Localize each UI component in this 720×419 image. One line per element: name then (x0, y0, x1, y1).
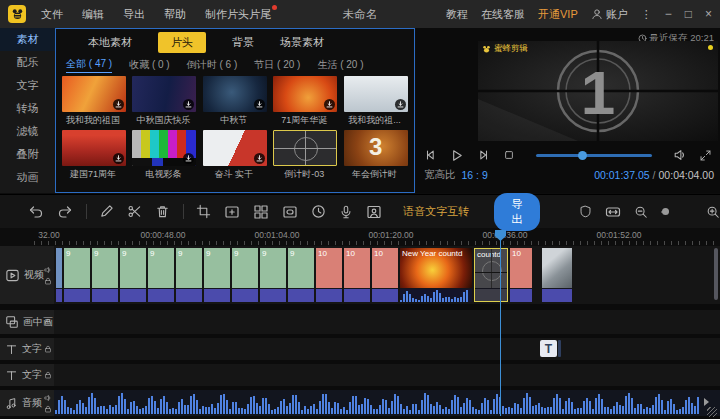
zoom-region-button[interactable] (224, 203, 240, 220)
tab-scene[interactable]: 场景素材 (280, 35, 324, 50)
audio-clip-waveform[interactable] (55, 392, 701, 414)
category-all[interactable]: 全部 ( 47 ) (66, 57, 112, 73)
category-life[interactable]: 生活 ( 20 ) (317, 58, 363, 72)
zoom-in-button[interactable] (706, 203, 720, 220)
timeline-ruler[interactable]: 32.00 00:00:48.00 00:01:04.00 00:01:20.0… (0, 229, 720, 246)
template-item[interactable]: 我和我的祖... (341, 76, 411, 127)
menu-help[interactable]: 帮助 (164, 7, 186, 22)
template-item[interactable]: 中秋节 (200, 76, 270, 127)
sidebar-item-animation[interactable]: 动画 (0, 166, 55, 189)
account-button[interactable]: 账户 (591, 7, 628, 22)
download-icon[interactable] (254, 99, 265, 110)
fullscreen-icon[interactable] (697, 147, 714, 164)
video-clip[interactable]: 9 (64, 248, 90, 302)
lock-track-icon[interactable] (44, 405, 52, 413)
volume-icon[interactable] (671, 147, 688, 164)
category-festival[interactable]: 节日 ( 20 ) (254, 58, 300, 72)
delete-button[interactable] (155, 203, 170, 220)
template-item[interactable]: 71周年华诞 (270, 76, 340, 127)
template-item[interactable]: 3 年会倒计时 (341, 130, 411, 181)
minimize-button[interactable]: − (665, 7, 672, 21)
video-clip[interactable]: 10 (510, 248, 532, 302)
undo-button[interactable] (28, 203, 44, 220)
sidebar-item-media[interactable]: 素材 (0, 28, 55, 51)
sidebar-item-transition[interactable]: 转场 (0, 97, 55, 120)
more-menu-icon[interactable]: ⋮ (641, 8, 652, 21)
video-clip[interactable]: 10 (344, 248, 370, 302)
play-button[interactable] (448, 147, 465, 164)
lock-track-icon[interactable] (44, 318, 52, 326)
export-button[interactable]: 导出 (494, 193, 540, 231)
timeline-vertical-scrollbar[interactable] (714, 248, 718, 300)
mask-button[interactable] (282, 203, 298, 220)
video-clip-new-year[interactable]: New Year countd (400, 248, 472, 302)
category-favorites[interactable]: 收藏 ( 0 ) (129, 58, 170, 72)
shield-icon[interactable] (579, 203, 592, 220)
template-item[interactable]: 建国71周年 (59, 130, 129, 181)
audio-clip-end-handle[interactable] (704, 398, 709, 406)
sidebar-item-text[interactable]: 文字 (0, 74, 55, 97)
download-icon[interactable] (324, 99, 335, 110)
stop-button[interactable] (500, 147, 517, 164)
tab-intro[interactable]: 片头 (158, 32, 206, 53)
record-audio-button[interactable] (339, 203, 353, 220)
category-countdown[interactable]: 倒计时 ( 6 ) (187, 58, 238, 72)
timeline-zoom-slider[interactable] (661, 211, 669, 213)
video-clip[interactable]: 9 (232, 248, 258, 302)
lock-track-icon[interactable] (44, 345, 52, 353)
template-item[interactable]: 我和我的祖国 (59, 76, 129, 127)
mute-track-icon[interactable] (44, 266, 52, 274)
video-clip[interactable]: 9 (120, 248, 146, 302)
video-clip[interactable]: 9 (148, 248, 174, 302)
sidebar-item-music[interactable]: 配乐 (0, 51, 55, 74)
zoom-slider-handle[interactable] (662, 208, 669, 215)
video-clip[interactable]: 9 (176, 248, 202, 302)
seek-handle[interactable] (578, 151, 587, 160)
menu-edit[interactable]: 编辑 (82, 7, 104, 22)
video-clip[interactable]: 9 (288, 248, 314, 302)
tab-background[interactable]: 背景 (232, 35, 254, 50)
video-clip-selected-countdown[interactable]: countd (474, 248, 508, 302)
tutorial-link[interactable]: 教程 (446, 7, 468, 22)
download-icon[interactable] (395, 99, 406, 110)
tab-local-media[interactable]: 本地素材 (88, 35, 132, 50)
video-clip[interactable]: 9 (92, 248, 118, 302)
fit-timeline-button[interactable] (605, 203, 621, 220)
audio-track-lane[interactable] (54, 390, 720, 416)
redo-button[interactable] (57, 203, 73, 220)
video-clip[interactable]: 9 (204, 248, 230, 302)
next-frame-button[interactable] (474, 147, 491, 164)
split-screen-button[interactable] (253, 203, 269, 220)
speech-text-convert-button[interactable]: 语音文字互转 (403, 204, 469, 219)
vip-button[interactable]: 开通VIP (538, 7, 578, 22)
video-clip[interactable]: 10 (316, 248, 342, 302)
split-button[interactable] (127, 203, 142, 220)
close-button[interactable]: × (705, 7, 712, 21)
template-item[interactable]: 中秋国庆快乐 (129, 76, 199, 127)
speed-button[interactable] (311, 203, 326, 220)
preview-seek-bar[interactable] (536, 154, 652, 157)
menu-export[interactable]: 导出 (123, 7, 145, 22)
pip-track-lane[interactable] (54, 310, 720, 334)
sidebar-item-filter[interactable]: 滤镜 (0, 120, 55, 143)
menu-file[interactable]: 文件 (41, 7, 63, 22)
aspect-ratio-value[interactable]: 16 : 9 (462, 169, 488, 181)
download-icon[interactable] (183, 99, 194, 110)
download-icon[interactable] (113, 153, 124, 164)
download-icon[interactable] (254, 153, 265, 164)
mute-track-icon[interactable] (44, 394, 52, 402)
support-link[interactable]: 在线客服 (481, 7, 525, 22)
video-clip[interactable]: 10 (372, 248, 398, 302)
template-item-selected[interactable]: 倒计时-03 (270, 130, 340, 181)
template-item[interactable]: 奋斗 实干 (200, 130, 270, 181)
maximize-button[interactable]: □ (685, 7, 692, 21)
edit-button[interactable] (99, 203, 114, 220)
zoom-out-button[interactable] (634, 203, 648, 220)
text-track-1-lane[interactable]: T (54, 338, 720, 360)
lock-track-icon[interactable] (44, 277, 52, 285)
video-clip[interactable] (542, 248, 572, 302)
download-icon[interactable] (183, 153, 194, 164)
crop-button[interactable] (196, 203, 211, 220)
resize-grip[interactable] (707, 407, 717, 417)
lock-track-icon[interactable] (44, 371, 52, 379)
